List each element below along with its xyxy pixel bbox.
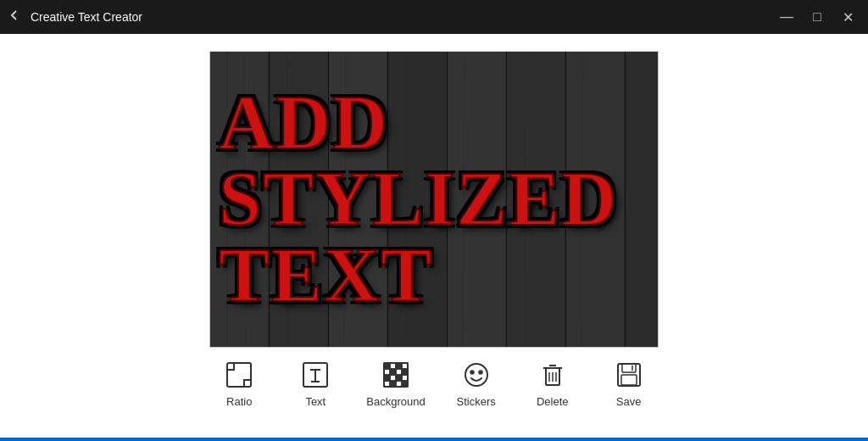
svg-rect-47 <box>402 381 408 387</box>
back-button[interactable] <box>7 8 22 27</box>
svg-rect-59 <box>621 375 637 385</box>
delete-label: Delete <box>537 395 569 408</box>
svg-rect-43 <box>402 375 408 381</box>
svg-rect-34 <box>396 363 402 369</box>
maximize-button[interactable]: □ <box>804 5 831 29</box>
ratio-button[interactable]: Ratio <box>214 358 264 408</box>
svg-rect-36 <box>384 369 390 375</box>
svg-rect-42 <box>396 375 402 381</box>
canvas-background: ADD STYLIZED TEXT <box>210 52 658 347</box>
text-label: Text <box>305 395 326 408</box>
svg-rect-46 <box>396 381 402 387</box>
main-content: ADD STYLIZED TEXT Ratio <box>0 34 868 438</box>
svg-rect-32 <box>384 363 390 369</box>
svg-rect-39 <box>402 369 408 375</box>
svg-rect-38 <box>396 369 402 375</box>
canvas-container[interactable]: ADD STYLIZED TEXT <box>209 51 659 348</box>
canvas-text-line2: TEXT <box>219 237 658 314</box>
ratio-icon <box>222 358 256 392</box>
background-icon <box>379 358 413 392</box>
title-bar: Creative Text Creator — □ ✕ <box>0 0 868 34</box>
svg-rect-41 <box>390 375 396 381</box>
svg-rect-37 <box>390 369 396 375</box>
delete-button[interactable]: Delete <box>527 358 578 408</box>
save-icon <box>612 358 646 392</box>
bottom-bar <box>0 438 868 441</box>
svg-point-50 <box>479 371 482 374</box>
delete-icon <box>536 358 570 392</box>
canvas-text-line1: ADD STYLIZED <box>219 85 658 237</box>
svg-rect-45 <box>390 381 396 387</box>
svg-rect-40 <box>384 375 390 381</box>
text-icon <box>298 358 332 392</box>
close-button[interactable]: ✕ <box>834 5 861 29</box>
window-title: Creative Text Creator <box>31 10 773 24</box>
toolbar: Ratio Text <box>17 348 851 416</box>
save-label: Save <box>616 395 642 408</box>
svg-point-48 <box>465 364 487 386</box>
svg-point-49 <box>470 371 474 374</box>
stickers-icon <box>459 358 493 392</box>
background-button[interactable]: Background <box>366 358 425 408</box>
background-label: Background <box>366 395 425 408</box>
minimize-button[interactable]: — <box>773 5 800 29</box>
svg-rect-26 <box>227 363 251 387</box>
save-button[interactable]: Save <box>604 358 654 408</box>
window-controls: — □ ✕ <box>773 5 861 29</box>
stickers-label: Stickers <box>457 395 496 408</box>
ratio-label: Ratio <box>226 395 252 408</box>
svg-rect-58 <box>622 364 636 372</box>
stickers-button[interactable]: Stickers <box>451 358 502 408</box>
text-button[interactable]: Text <box>290 358 341 408</box>
svg-rect-33 <box>390 363 396 369</box>
